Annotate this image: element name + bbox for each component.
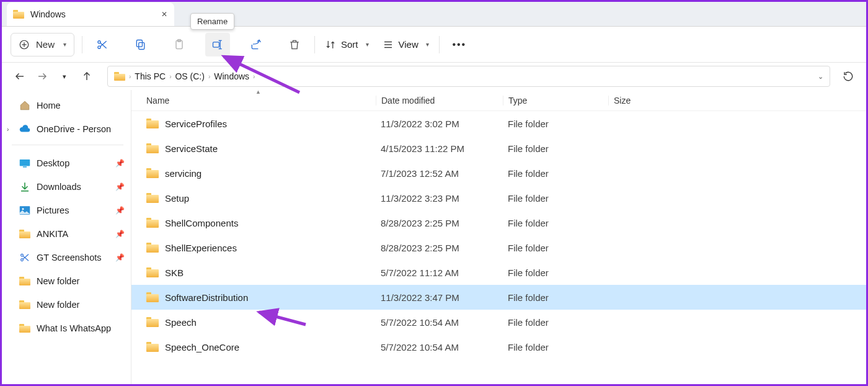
folder-icon [146, 267, 159, 277]
share-button[interactable] [244, 33, 268, 56]
column-label: Date modified [381, 96, 435, 105]
file-row[interactable]: ShellComponents8/28/2023 2:25 PMFile fol… [131, 210, 866, 235]
sidebar-item-ankita[interactable]: ANKITA📌 [4, 222, 131, 246]
file-pane: ▲ Name Date modified Type Size ServicePr… [131, 90, 866, 384]
file-list[interactable]: ServiceProfiles11/3/2022 3:02 PMFile fol… [131, 111, 866, 384]
sidebar-item-downloads[interactable]: Downloads📌 [4, 175, 131, 199]
folder-icon [146, 143, 159, 153]
file-type: File folder [503, 218, 608, 228]
folder-icon [146, 168, 159, 178]
sidebar-item-pictures[interactable]: Pictures📌 [4, 199, 131, 222]
pictures-icon [19, 205, 30, 215]
file-row[interactable]: SKB5/7/2022 11:12 AMFile folder [131, 260, 866, 285]
tooltip-text: Rename [197, 17, 228, 26]
delete-button[interactable] [282, 33, 307, 56]
svg-point-26 [22, 208, 24, 210]
paste-button[interactable] [167, 33, 192, 56]
toolbar: New ▾ Sort▾ View▾ ••• [2, 27, 866, 63]
tab-windows[interactable]: Windows ✕ [7, 2, 174, 26]
file-type: File folder [503, 243, 608, 253]
chevron-right-icon: › [253, 73, 255, 80]
chevron-right-icon[interactable]: › [7, 126, 9, 133]
sort-label: Sort [341, 39, 358, 50]
recent-button[interactable]: ▾ [55, 67, 74, 86]
address-bar[interactable]: › This PC › OS (C:) › Windows › ⌄ [107, 66, 830, 87]
crumb-this-pc[interactable]: This PC [135, 71, 166, 81]
refresh-button[interactable] [839, 67, 857, 86]
file-row[interactable]: ServiceState4/15/2023 11:22 PMFile folde… [131, 136, 866, 161]
sidebar-item-gt-screenshots[interactable]: GT Screenshots📌 [4, 246, 131, 269]
sidebar-item-new-folder-1[interactable]: New folder [4, 269, 131, 293]
rename-icon [211, 38, 224, 51]
copy-button[interactable] [128, 33, 153, 56]
file-row[interactable]: ShellExperiences8/28/2023 2:25 PMFile fo… [131, 235, 866, 260]
view-button[interactable]: View▾ [380, 33, 432, 56]
sidebar-label: Pictures [37, 205, 69, 215]
file-date: 11/3/2022 3:47 PM [376, 292, 503, 303]
sidebar-label: Desktop [37, 158, 69, 168]
folder-icon [146, 218, 159, 228]
svg-rect-22 [23, 166, 27, 168]
file-row[interactable]: Speech5/7/2022 10:54 AMFile folder [131, 310, 866, 334]
desktop-icon [19, 159, 30, 168]
pin-icon: 📌 [115, 182, 125, 191]
chevron-down-icon: ▾ [426, 41, 429, 48]
separator [82, 36, 82, 53]
crumb-drive[interactable]: OS (C:) [175, 71, 204, 81]
column-date[interactable]: Date modified [376, 96, 503, 105]
download-icon [19, 181, 30, 192]
sort-button[interactable]: Sort▾ [322, 33, 371, 56]
cut-button[interactable] [90, 33, 115, 56]
svg-point-4 [98, 46, 100, 48]
column-type[interactable]: Type [503, 96, 608, 105]
file-row[interactable]: Speech_OneCore5/7/2022 10:54 AMFile fold… [131, 334, 866, 359]
file-name: ShellExperiences [165, 243, 237, 253]
column-size[interactable]: Size [608, 96, 676, 105]
pin-icon: 📌 [115, 230, 125, 238]
new-label: New [36, 39, 55, 50]
sidebar: Home › OneDrive - Person Desktop📌 Downlo… [2, 90, 131, 384]
separator [314, 36, 315, 53]
sidebar-label: ANKITA [37, 229, 68, 239]
sidebar-item-new-folder-2[interactable]: New folder [4, 293, 131, 316]
file-row[interactable]: SoftwareDistribution11/3/2022 3:47 PMFil… [131, 285, 866, 310]
rename-tooltip: Rename [190, 13, 234, 30]
pin-icon: 📌 [115, 253, 125, 262]
up-button[interactable] [78, 67, 96, 86]
file-name: SKB [165, 267, 184, 278]
back-button[interactable] [11, 67, 29, 86]
file-row[interactable]: Setup11/3/2022 3:23 PMFile folder [131, 186, 866, 210]
close-icon[interactable]: ✕ [159, 9, 169, 19]
sidebar-item-desktop[interactable]: Desktop📌 [4, 151, 131, 175]
sidebar-item-home[interactable]: Home [4, 94, 131, 117]
chevron-right-icon: › [129, 73, 131, 80]
file-row[interactable]: ServiceProfiles11/3/2022 3:02 PMFile fol… [131, 111, 866, 136]
more-button[interactable]: ••• [447, 33, 472, 56]
trash-icon [288, 38, 301, 51]
share-icon [250, 38, 262, 51]
file-date: 8/28/2023 2:25 PM [376, 218, 503, 228]
column-name[interactable]: Name [146, 96, 376, 105]
scissors-icon [19, 252, 30, 263]
column-label: Name [146, 96, 169, 105]
crumb-windows[interactable]: Windows [214, 71, 249, 81]
sidebar-label: Home [37, 101, 61, 110]
svg-point-3 [98, 40, 100, 43]
plus-circle-icon [19, 39, 30, 50]
rename-button[interactable] [205, 33, 230, 56]
file-type: File folder [503, 267, 608, 278]
folder-icon [146, 317, 159, 327]
sidebar-item-whatsapp[interactable]: What Is WhatsApp [4, 316, 131, 340]
column-label: Size [614, 96, 631, 105]
new-button[interactable]: New ▾ [11, 33, 74, 56]
chevron-down-icon[interactable]: ⌄ [818, 73, 823, 81]
sidebar-item-onedrive[interactable]: › OneDrive - Person [4, 117, 131, 141]
pin-icon: 📌 [115, 159, 125, 168]
forward-button[interactable] [33, 67, 51, 86]
file-date: 11/3/2022 3:23 PM [376, 193, 503, 204]
file-name: servicing [165, 168, 202, 179]
arrow-left-icon [14, 71, 25, 82]
file-date: 8/28/2023 2:25 PM [376, 243, 503, 253]
file-row[interactable]: servicing7/1/2023 12:52 AMFile folder [131, 161, 866, 186]
file-name: ServiceState [165, 143, 218, 154]
